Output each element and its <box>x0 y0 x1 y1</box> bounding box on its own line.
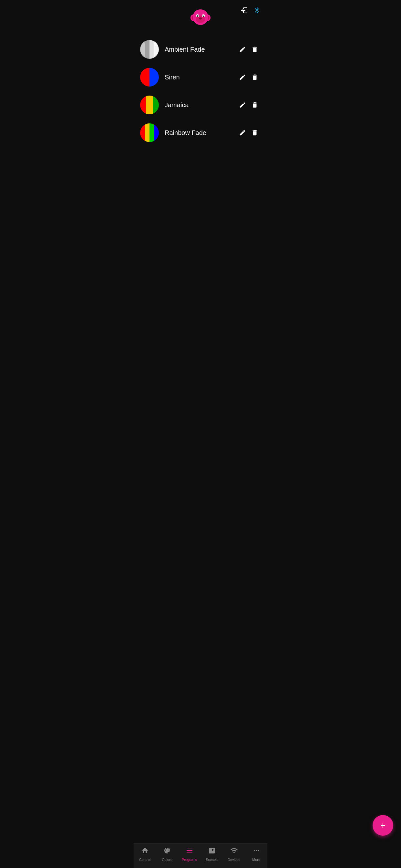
nav-programs-label: Programs <box>182 858 197 862</box>
nav-devices[interactable]: Devices <box>223 847 245 862</box>
header <box>134 0 267 32</box>
svg-point-13 <box>199 18 201 19</box>
program-swatch <box>140 123 159 142</box>
svg-point-14 <box>201 18 202 19</box>
delete-program-button[interactable] <box>249 43 261 56</box>
svg-point-15 <box>254 850 255 851</box>
colors-icon <box>163 847 171 857</box>
svg-point-17 <box>258 850 259 851</box>
program-item[interactable]: Jamaica <box>134 91 267 119</box>
app-logo <box>189 6 212 29</box>
bluetooth-button[interactable] <box>253 6 261 14</box>
nav-devices-label: Devices <box>227 858 240 862</box>
programs-icon <box>186 847 193 857</box>
more-icon <box>252 847 260 857</box>
delete-program-button[interactable] <box>249 71 261 83</box>
header-actions <box>240 6 261 14</box>
bottom-navigation: Control Colors Programs Scenes <box>134 843 267 868</box>
program-item[interactable]: Rainbow Fade <box>134 119 267 147</box>
edit-program-button[interactable] <box>236 99 249 111</box>
edit-program-button[interactable] <box>236 127 249 139</box>
program-item[interactable]: Siren <box>134 63 267 91</box>
program-name: Rainbow Fade <box>165 129 236 136</box>
delete-program-button[interactable] <box>249 127 261 139</box>
scenes-icon <box>208 847 216 857</box>
program-name: Siren <box>165 73 236 81</box>
nav-control-label: Control <box>139 858 150 862</box>
program-name: Ambient Fade <box>165 46 236 53</box>
edit-program-button[interactable] <box>236 43 249 56</box>
login-button[interactable] <box>240 6 248 14</box>
nav-scenes-label: Scenes <box>206 858 218 862</box>
nav-colors-label: Colors <box>162 858 173 862</box>
nav-scenes[interactable]: Scenes <box>201 847 223 862</box>
svg-point-10 <box>197 15 198 16</box>
svg-point-16 <box>256 850 257 851</box>
svg-point-11 <box>204 15 204 16</box>
control-icon <box>141 847 149 857</box>
nav-control[interactable]: Control <box>134 847 156 862</box>
edit-program-button[interactable] <box>236 71 249 83</box>
programs-list: Ambient FadeSirenJamaicaRainbow Fade <box>134 32 267 150</box>
nav-more[interactable]: More <box>245 847 267 862</box>
program-swatch <box>140 40 159 59</box>
program-swatch <box>140 96 159 114</box>
nav-more-label: More <box>252 858 260 862</box>
delete-program-button[interactable] <box>249 99 261 111</box>
devices-icon <box>230 847 238 857</box>
program-item[interactable]: Ambient Fade <box>134 35 267 63</box>
nav-programs[interactable]: Programs <box>178 847 201 862</box>
program-name: Jamaica <box>165 101 236 109</box>
nav-colors[interactable]: Colors <box>156 847 178 862</box>
program-swatch <box>140 68 159 87</box>
